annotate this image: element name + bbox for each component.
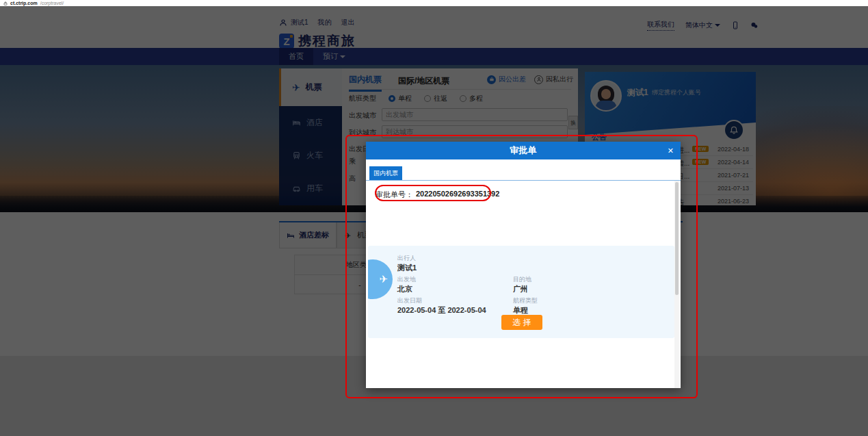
to-label: 目的地	[513, 275, 531, 284]
modal-scrollbar[interactable]	[674, 181, 679, 388]
close-icon[interactable]: ✕	[668, 146, 674, 155]
approval-number-value: 20220502692693351392	[416, 190, 499, 200]
traveler-value: 测试1	[397, 263, 417, 273]
from-value: 北京	[397, 284, 412, 294]
plane-badge-icon: ✈	[368, 259, 393, 299]
from-label: 出发地	[397, 275, 416, 284]
trip-type-value: 单程	[513, 305, 528, 316]
scrollbar-thumb[interactable]	[675, 182, 679, 295]
select-button[interactable]: 选 择	[501, 315, 542, 330]
approval-modal: 审批单 ✕ 国内机票 审批单号： 20220502692693351392 ✈ …	[366, 142, 681, 388]
modal-title: 审批单	[510, 144, 537, 157]
screen: ct.ctrip.com/corptravel/ 测试1 我的 退出 Z 携程商…	[0, 0, 868, 436]
date-value: 2022-05-04 至 2022-05-04	[397, 305, 486, 316]
modal-title-bar: 审批单 ✕	[366, 142, 681, 159]
to-value: 广州	[513, 284, 528, 294]
traveler-label: 出行人	[397, 254, 416, 263]
approval-number-row: 审批单号： 20220502692693351392	[376, 190, 499, 200]
lock-icon	[3, 1, 8, 5]
modal-tab-domestic[interactable]: 国内机票	[369, 166, 402, 180]
date-label: 出发日期	[397, 296, 422, 305]
browser-url-bar[interactable]: ct.ctrip.com/corptravel/	[0, 0, 868, 6]
modal-body: 审批单号： 20220502692693351392 ✈ 出行人 测试1 出发地…	[366, 180, 681, 388]
url-path: /corptravel/	[40, 0, 64, 6]
approval-number-label: 审批单号：	[376, 190, 413, 200]
trip-type-label: 航程类型	[513, 296, 538, 305]
approval-card[interactable]: ✈ 出行人 测试1 出发地 北京 目的地 广州 出发日期 2022-05-04 …	[368, 246, 674, 338]
url-host: ct.ctrip.com	[10, 0, 38, 6]
